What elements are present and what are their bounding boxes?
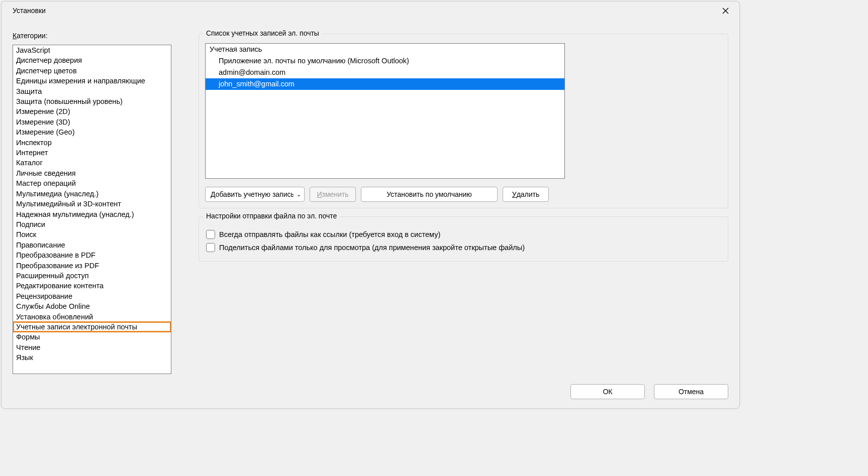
category-item[interactable]: Диспетчер цветов (13, 66, 171, 76)
categories-listbox[interactable]: JavaScriptДиспетчер доверияДиспетчер цве… (13, 45, 171, 374)
category-item[interactable]: Правописание (13, 240, 171, 250)
always-send-as-links-label: Всегда отправлять файлы как ссылки (треб… (219, 230, 440, 239)
category-item[interactable]: Защита (13, 86, 171, 96)
dialog-body: Категории: JavaScriptДиспетчер доверияДи… (2, 20, 739, 374)
accounts-header: Учетная запись (206, 44, 564, 55)
category-item[interactable]: Измерение (Geo) (13, 127, 171, 137)
category-item[interactable]: Службы Adobe Online (13, 301, 171, 311)
add-account-label: Добавить учетную запись (211, 190, 294, 198)
category-item[interactable]: Расширенный доступ (13, 271, 171, 281)
categories-pane: Категории: JavaScriptДиспетчер доверияДи… (13, 32, 174, 374)
add-account-combobox[interactable]: Добавить учетную запись ⌄ (205, 187, 305, 202)
category-item[interactable]: Поиск (13, 229, 171, 240)
category-item[interactable]: Измерение (3D) (13, 117, 171, 127)
share-view-only-row[interactable]: Поделиться файлами только для просмотра … (206, 243, 722, 252)
email-accounts-group-title: Список учетных записей эл. почты (203, 29, 322, 37)
category-item[interactable]: JavaScript (13, 45, 171, 55)
close-icon (722, 8, 729, 14)
chevron-down-icon: ⌄ (297, 191, 301, 198)
checkbox-icon (206, 230, 215, 239)
dialog-footer: ОК Отмена (570, 384, 728, 399)
category-item[interactable]: Измерение (2D) (13, 106, 171, 116)
send-settings-group: Настройки отправки файла по эл. почте Вс… (199, 216, 728, 262)
category-item[interactable]: Интернет (13, 148, 171, 158)
settings-dialog: Установки Категории: JavaScriptДиспетчер… (1, 1, 740, 409)
category-item[interactable]: Мультимедийный и 3D-контент (13, 199, 171, 209)
category-item[interactable]: Личные сведения (13, 168, 171, 178)
category-item[interactable]: Формы (13, 332, 171, 342)
always-send-as-links-row[interactable]: Всегда отправлять файлы как ссылки (треб… (206, 230, 722, 239)
category-item[interactable]: Преобразование в PDF (13, 250, 171, 260)
titlebar: Установки (2, 2, 739, 20)
category-item[interactable]: Чтение (13, 342, 171, 352)
ok-button[interactable]: ОК (570, 384, 645, 399)
category-item[interactable]: Диспетчер доверия (13, 55, 171, 65)
send-settings-group-title: Настройки отправки файла по эл. почте (203, 212, 340, 220)
account-row[interactable]: admin@domain.com (206, 67, 564, 78)
set-default-button[interactable]: Установить по умолчанию (361, 187, 498, 202)
category-item[interactable]: Рецензирование (13, 291, 171, 301)
checkbox-icon (206, 243, 215, 252)
category-item[interactable]: Редактирование контента (13, 281, 171, 291)
account-row[interactable]: Приложение эл. почты по умолчанию (Micro… (206, 55, 564, 67)
category-item[interactable]: Подписи (13, 219, 171, 229)
category-item[interactable]: Установка обновлений (13, 312, 171, 322)
category-item[interactable]: Каталог (13, 158, 171, 168)
category-item[interactable]: Мультимедиа (унаслед.) (13, 189, 171, 199)
category-item[interactable]: Язык (13, 352, 171, 363)
email-accounts-group: Список учетных записей эл. почты Учетная… (199, 34, 728, 208)
accounts-listbox[interactable]: Учетная запись Приложение эл. почты по у… (205, 43, 565, 179)
window-title: Установки (13, 7, 46, 15)
close-button[interactable] (716, 3, 734, 19)
category-item[interactable]: Инспектор (13, 138, 171, 148)
category-item[interactable]: Единицы измерения и направляющие (13, 76, 171, 86)
category-item[interactable]: Преобразование из PDF (13, 261, 171, 271)
settings-pane: Список учетных записей эл. почты Учетная… (199, 32, 728, 374)
delete-account-button[interactable]: Удалить (503, 187, 549, 202)
edit-account-button[interactable]: Изменить (310, 187, 356, 202)
share-view-only-label: Поделиться файлами только для просмотра … (219, 244, 525, 252)
category-item[interactable]: Мастер операций (13, 178, 171, 188)
account-row[interactable]: john_smith@gmail.com (206, 78, 564, 90)
cancel-button[interactable]: Отмена (654, 384, 728, 399)
category-item[interactable]: Надежная мультимедиа (унаслед.) (13, 209, 171, 219)
categories-label: Категории: (13, 32, 174, 40)
category-item[interactable]: Защита (повышенный уровень) (13, 96, 171, 106)
category-item[interactable]: Учетные записи электронной почты (13, 322, 171, 332)
accounts-button-row: Добавить учетную запись ⌄ Изменить Устан… (205, 187, 722, 202)
